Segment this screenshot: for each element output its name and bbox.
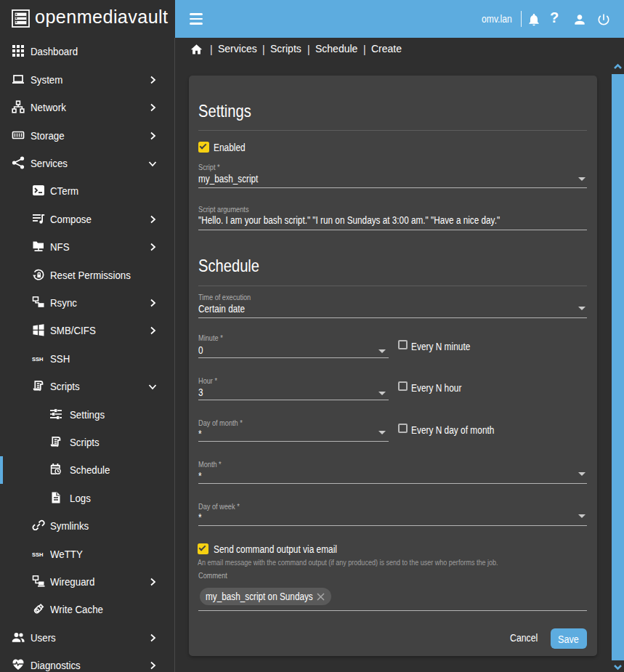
svg-text:SSH: SSH (32, 355, 43, 362)
svg-text:SSH: SSH (32, 551, 43, 557)
